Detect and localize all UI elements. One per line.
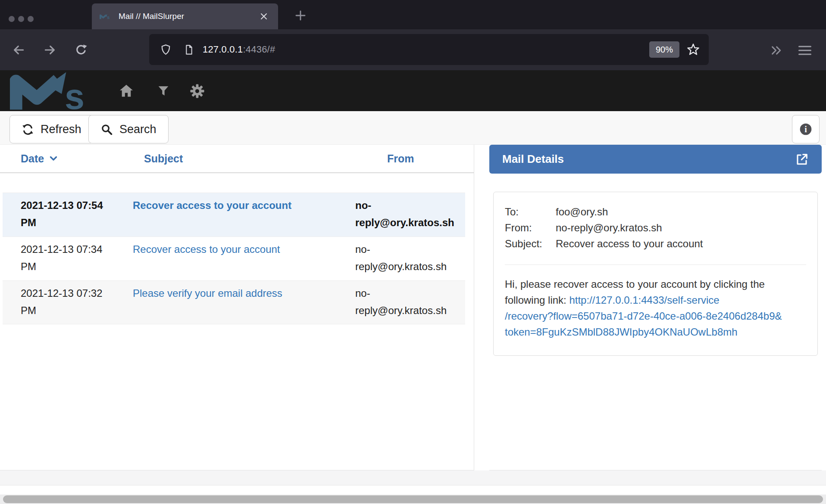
mail-subject-link[interactable]: Please verify your email address <box>133 287 282 299</box>
bookmark-star-icon[interactable] <box>686 43 700 56</box>
mailslurper-logo: s <box>10 72 96 110</box>
mail-row-subject: Recover access to your account <box>133 197 355 233</box>
menu-hamburger-icon[interactable] <box>797 43 813 58</box>
mail-row-from: no-reply@ory.kratos.sh <box>355 285 465 320</box>
filter-icon[interactable] <box>154 82 172 100</box>
forward-button[interactable] <box>41 41 59 59</box>
mail-row-date: 2021-12-13 07:32 PM <box>3 285 133 320</box>
column-header-subject[interactable]: Subject <box>134 152 357 165</box>
new-tab-button[interactable] <box>293 8 308 23</box>
info-button[interactable]: i <box>792 115 820 143</box>
mailslurper-favicon: s <box>100 12 111 22</box>
mail-details-title: Mail Details <box>502 152 564 166</box>
svg-text:s: s <box>65 77 84 110</box>
mail-subject-link[interactable]: Recover access to your account <box>133 243 280 255</box>
browser-toolbar: 127.0.0.1:4436/# 90% <box>0 29 826 70</box>
home-icon[interactable] <box>117 82 135 100</box>
tab-close-icon[interactable] <box>257 10 270 23</box>
shield-icon[interactable] <box>160 44 172 56</box>
date-column-label: Date <box>21 152 44 165</box>
mail-list-header-row: Date Subject From <box>0 145 474 173</box>
subject-label: Subject: <box>505 236 556 252</box>
details-divider <box>505 264 806 265</box>
to-label: To: <box>505 204 556 220</box>
column-header-from[interactable]: From <box>357 152 414 165</box>
mail-body: Hi, please recover access to your accoun… <box>505 276 806 340</box>
svg-text:i: i <box>804 124 807 134</box>
mail-details-card: To: foo@ory.sh From: no-reply@ory.kratos… <box>493 192 818 356</box>
mail-details-header: Mail Details <box>489 145 822 174</box>
mailslurper-navbar: s <box>0 70 826 111</box>
mail-row-from: no-reply@ory.kratos.sh <box>355 197 466 233</box>
window-controls[interactable] <box>9 16 34 22</box>
mail-row[interactable]: 2021-12-13 07:32 PM Please verify your e… <box>3 280 465 324</box>
from-value: no-reply@ory.kratos.sh <box>556 220 806 236</box>
mail-row-date: 2021-12-13 07:34 PM <box>3 241 133 277</box>
horizontal-scrollbar-thumb[interactable] <box>3 495 823 503</box>
horizontal-scrollbar <box>0 495 826 504</box>
subject-value: Recover access to your account <box>556 236 806 252</box>
search-button[interactable]: Search <box>88 115 169 143</box>
tab-title: Mail // MailSlurper <box>119 12 257 21</box>
mail-row-selected[interactable]: 2021-12-13 07:54 PM Recover access to yo… <box>3 193 465 236</box>
mail-subject-link[interactable]: Recover access to your account <box>133 199 291 211</box>
back-button[interactable] <box>10 41 27 59</box>
page-background-strip <box>0 470 826 485</box>
url-host: 127.0.0.1 <box>203 44 243 55</box>
refresh-icon <box>22 123 34 136</box>
panel-divider <box>474 145 489 470</box>
page-icon <box>183 44 195 56</box>
overflow-chevrons-icon[interactable] <box>769 43 784 58</box>
url-bar[interactable]: 127.0.0.1:4436/# 90% <box>149 34 709 65</box>
mail-meta: To: foo@ory.sh From: no-reply@ory.kratos… <box>505 204 806 252</box>
zoom-level-badge[interactable]: 90% <box>649 41 679 58</box>
reload-button[interactable] <box>72 41 90 59</box>
column-header-date[interactable]: Date <box>21 152 134 165</box>
mail-details-panel: Mail Details To: foo@ory.sh From: no-rep… <box>489 145 822 470</box>
browser-tab[interactable]: s Mail // MailSlurper <box>92 3 278 29</box>
mail-list-panel: Date Subject From 2021-12-13 07:54 PM Re… <box>0 145 474 470</box>
mail-row-date: 2021-12-13 07:54 PM <box>3 197 133 233</box>
search-label: Search <box>119 123 156 136</box>
footer-strip <box>0 485 826 495</box>
refresh-button[interactable]: Refresh <box>9 115 94 143</box>
browser-tab-bar: s Mail // MailSlurper <box>0 0 826 29</box>
mail-row-from: no-reply@ory.kratos.sh <box>355 241 465 277</box>
refresh-label: Refresh <box>41 123 81 136</box>
mail-row-subject: Recover access to your account <box>133 241 355 277</box>
to-value: foo@ory.sh <box>556 204 806 220</box>
gear-icon[interactable] <box>188 82 206 100</box>
mail-row-subject: Please verify your email address <box>133 285 355 320</box>
main-content: Date Subject From 2021-12-13 07:54 PM Re… <box>0 145 826 470</box>
mail-row[interactable]: 2021-12-13 07:34 PM Recover access to yo… <box>3 236 465 280</box>
mail-list-rows: 2021-12-13 07:54 PM Recover access to yo… <box>3 193 465 324</box>
svg-text:s: s <box>107 15 110 20</box>
action-bar: Refresh Search i <box>0 111 826 145</box>
info-icon: i <box>799 122 813 136</box>
search-icon <box>100 123 113 136</box>
url-text: 127.0.0.1:4436/# <box>203 44 275 55</box>
open-external-icon[interactable] <box>795 152 809 166</box>
url-path: :4436/# <box>243 44 275 55</box>
sort-desc-chevron-icon <box>48 153 59 164</box>
from-label: From: <box>505 220 556 236</box>
